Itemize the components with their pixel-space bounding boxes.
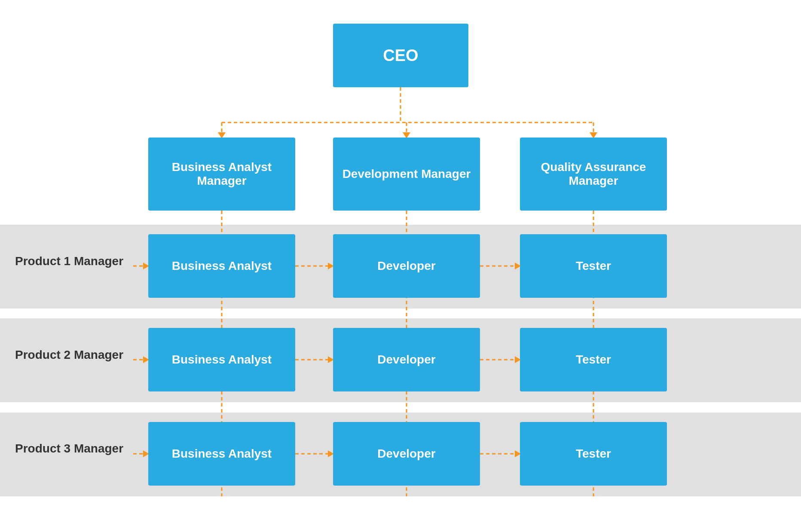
pm2-label: Product 2 Manager [15, 348, 123, 362]
dev-manager-label: Development Manager [342, 167, 471, 181]
dev-r3-box: Developer [333, 422, 480, 486]
pm3-label: Product 3 Manager [15, 442, 123, 456]
ba-r3-box: Business Analyst [148, 422, 295, 486]
qa-manager-label: Quality Assurance Manager [520, 160, 667, 188]
org-chart: CEO Business Analyst Manager Development… [0, 0, 801, 532]
qa-manager-box: Quality Assurance Manager [520, 138, 667, 211]
ba-r1-box: Business Analyst [148, 234, 295, 298]
tester-r1-box: Tester [520, 234, 667, 298]
ba-r2-box: Business Analyst [148, 328, 295, 391]
dev-r1-box: Developer [333, 234, 480, 298]
dev-r2-box: Developer [333, 328, 480, 391]
ceo-label: CEO [383, 46, 418, 65]
ba-manager-box: Business Analyst Manager [148, 138, 295, 211]
ceo-box: CEO [333, 24, 468, 87]
tester-r3-box: Tester [520, 422, 667, 486]
dev-manager-box: Development Manager [333, 138, 480, 211]
tester-r2-box: Tester [520, 328, 667, 391]
pm1-label: Product 1 Manager [15, 254, 123, 268]
ba-manager-label: Business Analyst Manager [148, 160, 295, 188]
